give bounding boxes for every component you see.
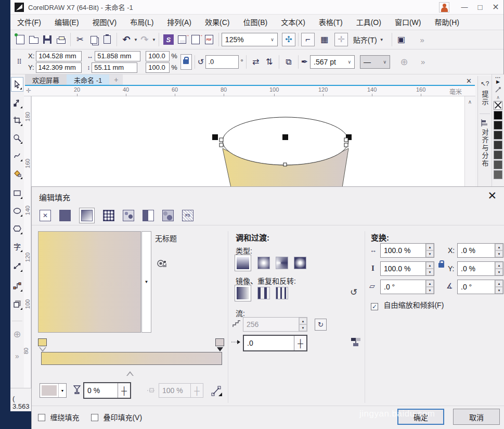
add-tools-button[interactable]: ⊕ — [11, 327, 23, 342]
transform-y-field[interactable]: .0 % ▲▼ — [457, 261, 503, 276]
mirror-horizontal-icon[interactable]: ⇄ — [249, 55, 263, 69]
spin-up-icon[interactable]: ▲ — [495, 244, 503, 250]
docker-tab-hints[interactable]: 提示 — [480, 91, 490, 106]
spin-up-icon[interactable]: ▲ — [426, 280, 434, 287]
spin-down-icon[interactable]: ▼ — [495, 269, 503, 275]
ok-button[interactable]: 确定 — [397, 409, 444, 425]
linear-fountain-icon[interactable] — [237, 257, 249, 269]
smart-fill-tool[interactable] — [11, 166, 23, 181]
eyedropper-icon[interactable] — [495, 86, 501, 93]
offset-slider-button[interactable]: ┼ — [294, 336, 306, 350]
undo-icon[interactable]: ↶ — [120, 33, 133, 46]
transform-width-field[interactable]: 100.0 % ▲▼ — [380, 243, 434, 258]
outline-width-select[interactable]: .567 pt∨ — [310, 55, 355, 69]
gradient-stop-end[interactable] — [215, 338, 224, 346]
menu-window[interactable]: 窗口(W) — [388, 15, 428, 30]
palette-color[interactable] — [494, 111, 502, 120]
propbar-overflow-icon[interactable]: » — [416, 55, 430, 69]
zoom-tool[interactable] — [11, 131, 23, 145]
spin-up-icon[interactable]: ▲ — [495, 280, 503, 287]
menu-effects[interactable]: 效果(C) — [198, 15, 236, 30]
selection-handle[interactable] — [212, 134, 218, 140]
palette-scroll-up-icon[interactable]: ∧ — [496, 95, 500, 100]
uniform-fill-icon[interactable] — [59, 210, 71, 221]
transform-lock-icon[interactable] — [438, 263, 444, 268]
scroll-up-icon[interactable]: ∧ — [466, 97, 475, 107]
mirror-default-icon[interactable] — [237, 287, 249, 299]
mirror-default-selected[interactable] — [235, 285, 251, 301]
object-height-field[interactable]: 55.11 mm — [92, 62, 137, 73]
texture-fill-icon[interactable] — [123, 210, 134, 221]
add-property-icon[interactable]: ⊕ — [397, 55, 411, 69]
node[interactable] — [219, 143, 223, 147]
ruler-origin-icon[interactable]: ✛ — [26, 87, 31, 94]
maximize-button[interactable]: □ — [472, 2, 488, 13]
zoom-level-select[interactable]: 125%∨ — [222, 33, 278, 46]
minimize-button[interactable]: — — [457, 2, 472, 13]
vertical-ruler[interactable]: 180 160 140 120 100 80 — [24, 96, 31, 388]
node-opacity-field[interactable]: 0 % ┼ — [83, 382, 131, 399]
palette-no-color[interactable] — [494, 101, 502, 110]
shape-tool[interactable] — [11, 95, 23, 110]
rotate-field[interactable]: .0 ° ▲▼ — [457, 280, 503, 294]
spin-up-icon[interactable]: ▲ — [495, 262, 503, 269]
import-icon[interactable]: → — [175, 33, 189, 46]
palette-color[interactable] — [494, 170, 502, 179]
ellipse-tool[interactable] — [11, 204, 23, 218]
square-fountain-icon[interactable] — [294, 257, 306, 269]
no-fill-icon[interactable]: ✕ — [40, 210, 51, 221]
offset-field[interactable]: .0 ┼ — [243, 335, 307, 351]
stop-marker-start[interactable] — [39, 347, 46, 352]
paste-icon[interactable] — [100, 33, 114, 46]
snap-to-dropdown[interactable]: 贴齐(T)▼ — [353, 34, 384, 45]
scale-y-field[interactable]: 100.0 — [146, 62, 170, 73]
connector-tool[interactable] — [11, 279, 23, 293]
options-icon[interactable]: ▣ — [395, 33, 408, 46]
spin-down-icon[interactable]: ▼ — [426, 287, 434, 294]
x-position-field[interactable]: 104.528 mm — [36, 51, 82, 61]
dialog-close-icon[interactable]: ✕ — [487, 190, 497, 202]
mirror-vertical-icon[interactable]: ⇅ — [263, 55, 276, 69]
show-guidelines-icon[interactable]: ✛ — [334, 33, 348, 46]
close-document-icon[interactable]: ✕ — [463, 77, 475, 85]
convert-to-curves-icon[interactable]: ⧉ — [282, 55, 295, 69]
repeat-icon[interactable] — [276, 287, 288, 299]
menu-file[interactable]: 文件(F) — [10, 15, 48, 30]
horizontal-ruler[interactable]: ✛ 20 40 60 80 100 120 140 160 毫米 — [24, 86, 475, 96]
menu-help[interactable]: 帮助(H) — [428, 15, 466, 30]
postscript-fill-icon[interactable]: PS — [182, 210, 193, 221]
tab-welcome[interactable]: 欢迎屏幕 — [25, 74, 67, 85]
new-document-icon[interactable] — [14, 33, 27, 46]
object-width-field[interactable]: 51.858 mm — [95, 51, 140, 61]
rectangle-tool[interactable] — [11, 186, 23, 200]
gradient-preview[interactable] — [38, 231, 141, 333]
drop-shadow-tool[interactable] — [11, 297, 23, 311]
lock-ratio-icon[interactable] — [180, 54, 192, 70]
menu-view[interactable]: 视图(V) — [86, 15, 124, 30]
conical-fountain-icon[interactable] — [276, 257, 288, 269]
fountain-fill-icon[interactable] — [81, 210, 93, 221]
undo-dropdown-icon[interactable]: ▼ — [134, 37, 138, 42]
palette-color[interactable] — [494, 150, 502, 159]
transform-x-field[interactable]: .0 % ▲▼ — [457, 243, 503, 258]
palette-flyout-icon[interactable]: ▶ — [496, 79, 500, 84]
crop-tool[interactable] — [11, 113, 23, 128]
menu-arrange[interactable]: 排列(A) — [160, 15, 198, 30]
reverse-fill-icon[interactable]: ↺ — [350, 287, 357, 298]
menu-table[interactable]: 表格(T) — [312, 15, 350, 30]
redo-icon[interactable]: ↷ — [138, 33, 151, 46]
free-scale-checkbox[interactable]: ✓ 自由缩放和倾斜(F) — [371, 299, 444, 310]
menu-text[interactable]: 文本(X) — [274, 15, 312, 30]
cancel-button[interactable]: 取消 — [453, 409, 500, 425]
transform-height-field[interactable]: 100.0 % ▲▼ — [380, 261, 434, 276]
scale-x-field[interactable]: 100.0 — [146, 51, 170, 61]
toolbox-overflow-icon[interactable]: » — [11, 349, 23, 363]
midpoint-marker[interactable] — [126, 371, 134, 376]
app-launcher-icon[interactable]: S — [162, 33, 175, 46]
freehand-tool[interactable] — [11, 148, 23, 163]
print-icon[interactable] — [54, 33, 68, 46]
steps-lock-button[interactable]: ↻ — [315, 319, 327, 331]
close-button[interactable]: ✕ — [488, 2, 503, 13]
two-color-fill-icon[interactable] — [143, 210, 154, 221]
palette-color[interactable] — [494, 160, 502, 169]
